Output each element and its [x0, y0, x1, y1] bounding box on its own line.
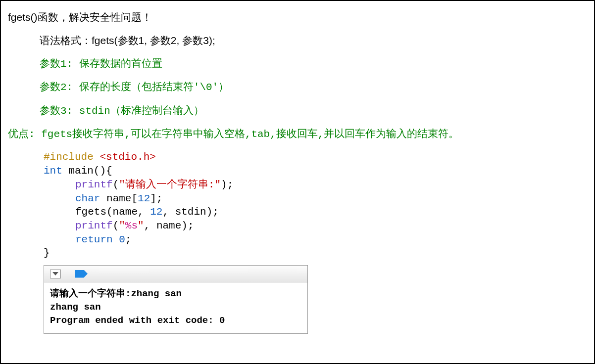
- document-frame: fgets()函数，解决安全性问题！ 语法格式：fgets(参数1, 参数2, …: [0, 0, 595, 364]
- title-line: fgets()函数，解决安全性问题！: [8, 10, 587, 24]
- console-toolbar: [44, 266, 307, 282]
- keyword-char: char: [75, 193, 100, 204]
- syntax-line: 语法格式：fgets(参数1, 参数2, 参数3);: [8, 33, 587, 47]
- fgets-size: 12: [150, 206, 162, 218]
- console-line: zhang san: [50, 302, 101, 313]
- code-line-brace: }: [44, 246, 587, 260]
- code-line-main: int main(){: [44, 164, 587, 178]
- main-signature: main(){: [62, 165, 112, 177]
- paren-close: );: [221, 179, 233, 190]
- format-specifier: %s: [125, 220, 138, 231]
- include-directive: #include: [44, 151, 99, 163]
- include-header: <stdio.h>: [99, 151, 155, 163]
- printf-rest: , name);: [144, 220, 194, 231]
- console-output: 请输入一个字符串:zhang san zhang san Program end…: [44, 282, 307, 333]
- console-line: 请输入一个字符串:zhang san: [50, 288, 182, 299]
- code-line-printf2: printf("%s", name);: [44, 219, 587, 233]
- advantage-line: 优点: fgets接收字符串,可以在字符串中输入空格,tab,接收回车,并以回车…: [8, 127, 587, 141]
- bracket-close: ];: [150, 193, 162, 204]
- array-size: 12: [138, 193, 150, 204]
- quote-close: ": [138, 220, 144, 231]
- paren-open: (: [113, 179, 119, 190]
- code-line-printf1: printf("请输入一个字符串:");: [44, 178, 587, 192]
- printf-call: printf: [75, 179, 113, 190]
- fgets-call: fgets(name,: [75, 206, 150, 218]
- code-line-fgets: fgets(name, 12, stdin);: [44, 205, 587, 219]
- code-line-return: return 0;: [44, 233, 587, 247]
- chevron-down-icon: [52, 272, 58, 275]
- space: [113, 234, 119, 245]
- fgets-rest: , stdin);: [162, 206, 218, 218]
- keyword-int: int: [44, 165, 62, 177]
- param1-line: 参数1: 保存数据的首位置: [8, 57, 587, 71]
- keyword-return: return: [75, 234, 113, 245]
- paren-open-2: (: [113, 220, 119, 231]
- var-name: name[: [100, 193, 138, 204]
- quote-open: ": [119, 220, 125, 231]
- param3-line: 参数3: stdin（标准控制台输入）: [8, 104, 587, 118]
- return-value: 0: [119, 234, 125, 245]
- param2-line: 参数2: 保存的长度（包括结束符'\0'）: [8, 80, 587, 94]
- string-literal: "请输入一个字符串:": [119, 179, 221, 190]
- console-line: Program ended with exit code: 0: [50, 315, 225, 326]
- semicolon: ;: [125, 234, 132, 245]
- code-line-include: #include <stdio.h>: [44, 150, 587, 164]
- code-block: #include <stdio.h> int main(){ printf("请…: [8, 150, 587, 260]
- printf-call-2: printf: [75, 220, 113, 231]
- console-panel: 请输入一个字符串:zhang san zhang san Program end…: [44, 265, 308, 334]
- dropdown-button[interactable]: [50, 270, 61, 278]
- code-line-decl: char name[12];: [44, 192, 587, 206]
- breakpoint-icon[interactable]: [75, 270, 88, 278]
